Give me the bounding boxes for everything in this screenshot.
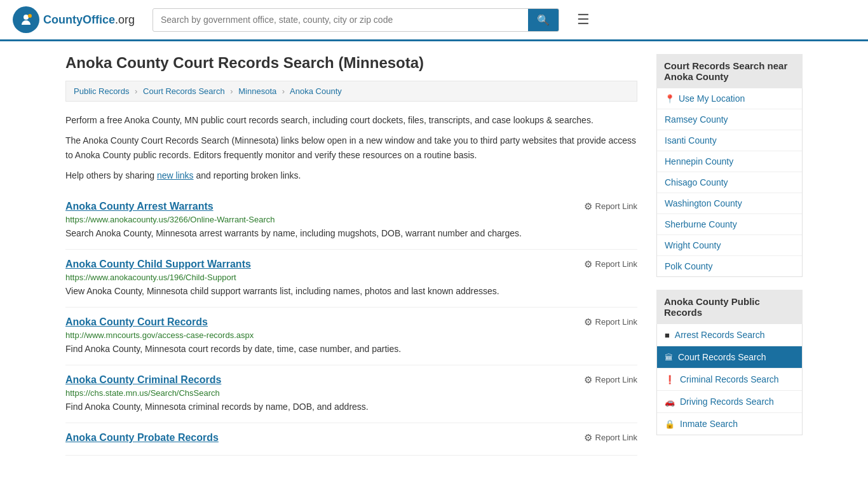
record-item: Anoka County Court Records ⚙ Report Link… <box>65 308 637 365</box>
public-record-item-4[interactable]: 🔒Inmate Search <box>657 413 802 435</box>
nearby-county-item: Wright County <box>657 235 802 256</box>
breadcrumb-anoka-county[interactable]: Anoka County <box>290 86 342 96</box>
logo-icon <box>13 6 39 33</box>
search-input[interactable] <box>153 10 528 30</box>
record-title-2[interactable]: Anoka County Court Records <box>65 316 208 328</box>
report-icon-2: ⚙ <box>584 316 592 328</box>
logo-text: CountyOffice.org <box>43 13 135 27</box>
record-url-3: https://chs.state.mn.us/Search/ChsSearch <box>65 388 637 398</box>
record-title-1[interactable]: Anoka County Child Support Warrants <box>65 259 251 270</box>
description-p3: Help others by sharing new links and rep… <box>65 168 637 182</box>
pub-link-4[interactable]: Inmate Search <box>680 419 738 429</box>
report-link-4[interactable]: ⚙ Report Link <box>584 432 637 444</box>
record-item: Anoka County Probate Records ⚙ Report Li… <box>65 423 637 456</box>
logo-area: CountyOffice.org <box>13 6 140 33</box>
nearby-county-link-1[interactable]: Isanti County <box>665 135 717 146</box>
nearby-counties-list: Ramsey CountyIsanti CountyHennepin Count… <box>657 109 802 276</box>
svg-point-2 <box>28 14 32 18</box>
description-p2: The Anoka County Court Records Search (M… <box>65 133 637 162</box>
record-desc-0: Search Anoka County, Minnesota arrest wa… <box>65 227 637 240</box>
nearby-county-item: Polk County <box>657 256 802 276</box>
public-records-links: ■Arrest Records Search🏛Court Records Sea… <box>656 324 803 435</box>
nearby-heading: Court Records Search near Anoka County <box>656 54 803 88</box>
nearby-county-link-0[interactable]: Ramsey County <box>665 114 728 125</box>
description: Perform a free Anoka County, MN public c… <box>65 113 637 183</box>
nearby-county-link-5[interactable]: Sherburne County <box>665 219 737 229</box>
breadcrumb-minnesota[interactable]: Minnesota <box>238 86 276 96</box>
record-url-2: http://www.mncourts.gov/access-case-reco… <box>65 330 637 340</box>
record-item: Anoka County Criminal Records ⚙ Report L… <box>65 365 637 423</box>
nearby-county-item: Chisago County <box>657 172 802 193</box>
sidebar: Court Records Search near Anoka County 📍… <box>656 54 803 456</box>
pub-icon-4: 🔒 <box>665 419 675 429</box>
main-layout: Anoka County Court Records Search (Minne… <box>53 41 815 468</box>
pub-icon-1: 🏛 <box>665 353 673 362</box>
nearby-county-item: Washington County <box>657 193 802 214</box>
location-icon: 📍 <box>665 94 675 104</box>
record-item: Anoka County Arrest Warrants ⚙ Report Li… <box>65 192 637 250</box>
report-link-3[interactable]: ⚙ Report Link <box>584 374 637 386</box>
record-title-0[interactable]: Anoka County Arrest Warrants <box>65 201 214 212</box>
svg-point-1 <box>24 15 29 20</box>
pub-icon-2: ❗ <box>665 375 675 384</box>
nearby-county-item: Sherburne County <box>657 214 802 235</box>
nearby-links: 📍 Use My Location Ramsey CountyIsanti Co… <box>656 88 803 277</box>
nearby-county-item: Isanti County <box>657 130 802 151</box>
use-my-location-item[interactable]: 📍 Use My Location <box>657 88 802 109</box>
record-desc-1: View Anoka County, Minnesota child suppo… <box>65 285 637 298</box>
search-area: 🔍 <box>153 8 559 32</box>
public-records-heading: Anoka County Public Records <box>656 290 803 324</box>
page-title: Anoka County Court Records Search (Minne… <box>65 54 637 72</box>
breadcrumb-court-records-search[interactable]: Court Records Search <box>143 86 225 96</box>
nearby-county-link-3[interactable]: Chisago County <box>665 177 728 187</box>
record-title-3[interactable]: Anoka County Criminal Records <box>65 374 221 386</box>
report-link-2[interactable]: ⚙ Report Link <box>584 316 637 328</box>
report-link-1[interactable]: ⚙ Report Link <box>584 259 637 270</box>
report-icon-3: ⚙ <box>584 374 592 386</box>
records-list: Anoka County Arrest Warrants ⚙ Report Li… <box>65 192 637 456</box>
breadcrumb: Public Records › Court Records Search › … <box>65 81 637 102</box>
breadcrumb-public-records[interactable]: Public Records <box>74 86 129 96</box>
menu-button[interactable]: ☰ <box>572 9 595 30</box>
use-my-location-link[interactable]: Use My Location <box>679 93 745 104</box>
public-record-item-2[interactable]: ❗Criminal Records Search <box>657 369 802 391</box>
nearby-county-item: Hennepin County <box>657 151 802 172</box>
public-record-item-0[interactable]: ■Arrest Records Search <box>657 324 802 346</box>
pub-link-0[interactable]: Arrest Records Search <box>675 330 765 340</box>
content-area: Anoka County Court Records Search (Minne… <box>65 54 637 456</box>
public-record-item-3[interactable]: 🚗Driving Records Search <box>657 391 802 413</box>
pub-link-2[interactable]: Criminal Records Search <box>680 374 779 384</box>
public-records-section: Anoka County Public Records ■Arrest Reco… <box>656 290 803 435</box>
nearby-county-link-4[interactable]: Washington County <box>665 198 742 208</box>
description-p1: Perform a free Anoka County, MN public c… <box>65 113 637 127</box>
record-desc-3: Find Anoka County, Minnesota criminal re… <box>65 400 637 414</box>
pub-icon-0: ■ <box>665 330 670 340</box>
record-url-0: https://www.anokacounty.us/3266/Online-W… <box>65 215 637 224</box>
header: CountyOffice.org 🔍 ☰ <box>0 0 868 41</box>
search-button[interactable]: 🔍 <box>528 9 559 31</box>
nearby-section: Court Records Search near Anoka County 📍… <box>656 54 803 277</box>
nearby-county-item: Ramsey County <box>657 109 802 130</box>
report-icon-1: ⚙ <box>584 259 592 270</box>
record-title-4[interactable]: Anoka County Probate Records <box>65 432 219 444</box>
record-item: Anoka County Child Support Warrants ⚙ Re… <box>65 250 637 308</box>
report-icon-0: ⚙ <box>584 201 592 212</box>
pub-icon-3: 🚗 <box>665 397 675 407</box>
nearby-county-link-6[interactable]: Wright County <box>665 240 721 250</box>
nearby-county-link-2[interactable]: Hennepin County <box>665 156 733 166</box>
record-desc-2: Find Anoka County, Minnesota court recor… <box>65 342 637 356</box>
pub-link-3[interactable]: Driving Records Search <box>680 396 774 407</box>
public-record-item-1[interactable]: 🏛Court Records Search <box>657 346 802 369</box>
new-links-link[interactable]: new links <box>157 170 194 180</box>
report-icon-4: ⚙ <box>584 432 592 444</box>
nearby-county-link-7[interactable]: Polk County <box>665 261 712 271</box>
report-link-0[interactable]: ⚙ Report Link <box>584 201 637 212</box>
record-url-1: https://www.anokacounty.us/196/Child-Sup… <box>65 273 637 282</box>
